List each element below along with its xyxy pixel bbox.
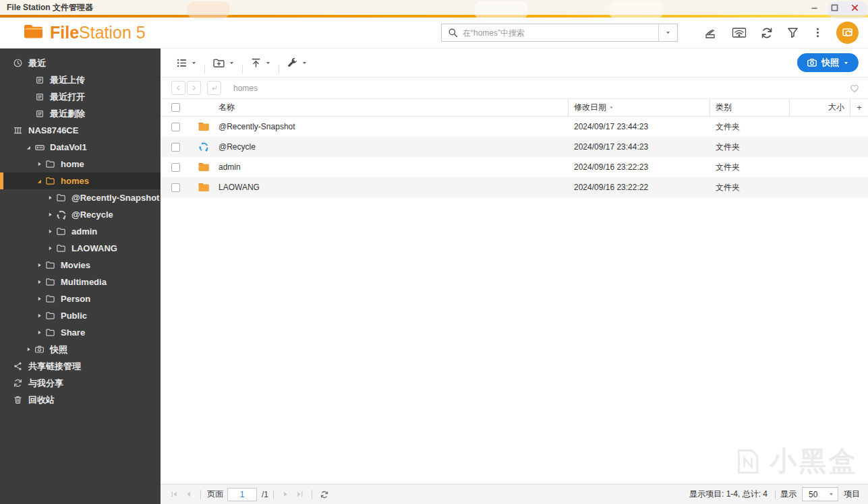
minimize-button[interactable] bbox=[809, 2, 819, 13]
expander-collapsed-icon[interactable] bbox=[35, 329, 43, 337]
column-header-modified[interactable]: 修改日期 bbox=[569, 99, 710, 117]
sidebar-item-label: home bbox=[61, 159, 84, 169]
expander-collapsed-icon[interactable] bbox=[35, 160, 43, 168]
sidebar-item-recycle[interactable]: @Recycle bbox=[0, 206, 161, 223]
sidebar-item-recent-uploaded[interactable]: 最近上传 bbox=[0, 71, 161, 88]
sidebar-item-public[interactable]: Public bbox=[0, 307, 161, 324]
titlebar-ghost-shape bbox=[187, 1, 229, 19]
sidebar-item-laowang[interactable]: LAOWANG bbox=[0, 240, 161, 257]
more-options-icon[interactable] bbox=[812, 27, 823, 38]
sidebar-item-movies[interactable]: Movies bbox=[0, 257, 161, 274]
last-page-button[interactable] bbox=[293, 490, 307, 499]
column-header-type-label: 类别 bbox=[716, 102, 732, 113]
sidebar-item-homes[interactable]: homes bbox=[0, 172, 161, 189]
file-name: @Recycle bbox=[219, 142, 569, 152]
sidebar-item-share[interactable]: Share bbox=[0, 324, 161, 341]
theme-circle-button[interactable] bbox=[836, 22, 859, 44]
external-device-icon[interactable] bbox=[703, 26, 718, 40]
sidebar-item-recent-opened[interactable]: 最近打开 bbox=[0, 88, 161, 105]
close-button[interactable] bbox=[849, 2, 860, 13]
sidebar-item-admin[interactable]: admin bbox=[0, 223, 161, 240]
file-station-window: File Station 文件管理器 FileStation 5 bbox=[0, 0, 868, 504]
first-page-button[interactable] bbox=[167, 490, 181, 499]
favorite-heart-icon[interactable] bbox=[849, 83, 860, 94]
table-row[interactable]: @Recycle2024/09/17 23:44:23文件夹 bbox=[161, 137, 868, 157]
expander-collapsed-icon[interactable] bbox=[46, 245, 54, 253]
table-row[interactable]: @Recently-Snapshot2024/09/17 23:44:23文件夹 bbox=[161, 117, 868, 137]
row-checkbox[interactable] bbox=[171, 143, 180, 152]
page-total: /1 bbox=[262, 490, 268, 499]
go-up-button[interactable] bbox=[207, 81, 221, 95]
sidebar-tree: 最近最近上传最近打开最近删除NAS8746CEDataVol1homehomes… bbox=[0, 49, 161, 504]
table-row[interactable]: admin2024/09/16 23:22:23文件夹 bbox=[161, 157, 868, 177]
folder-icon bbox=[45, 175, 56, 187]
column-header-type[interactable]: 类别 bbox=[710, 99, 790, 117]
row-checkbox[interactable] bbox=[171, 163, 180, 172]
expander-collapsed-icon[interactable] bbox=[35, 295, 43, 303]
column-header-size[interactable]: 大小 bbox=[790, 99, 850, 117]
new-folder-button[interactable] bbox=[205, 57, 242, 69]
select-all-checkbox[interactable] bbox=[171, 103, 180, 112]
add-column-button[interactable]: + bbox=[850, 102, 868, 113]
expander-collapsed-icon[interactable] bbox=[35, 312, 43, 320]
sidebar-item-recent-deleted[interactable]: 最近删除 bbox=[0, 105, 161, 122]
sidebar-item-multimedia[interactable]: Multimedia bbox=[0, 274, 161, 290]
items-summary: 显示项目: 1-4, 总计: 4 bbox=[689, 489, 768, 500]
filter-icon[interactable] bbox=[786, 26, 799, 39]
column-header-name[interactable]: 名称 bbox=[219, 99, 569, 117]
row-checkbox[interactable] bbox=[171, 123, 180, 131]
sidebar-item-label: 共享链接管理 bbox=[28, 360, 81, 373]
sidebar-item-recent[interactable]: 最近 bbox=[0, 55, 161, 71]
expander-collapsed-icon[interactable] bbox=[46, 194, 54, 202]
sidebar-item-label: LAOWANG bbox=[71, 243, 117, 253]
doc-list-icon bbox=[34, 91, 45, 102]
back-button[interactable] bbox=[171, 81, 185, 95]
sidebar-item-recently-snapshot[interactable]: @Recently-Snapshot bbox=[0, 189, 161, 206]
sidebar-item-home[interactable]: home bbox=[0, 156, 161, 172]
folder-icon bbox=[189, 182, 219, 193]
nas-icon bbox=[12, 125, 24, 136]
page-size-select[interactable]: 50 bbox=[802, 487, 838, 501]
folder-icon bbox=[55, 226, 67, 237]
maximize-button[interactable] bbox=[829, 2, 840, 13]
sidebar-item-label: homes bbox=[61, 176, 89, 186]
file-name: @Recently-Snapshot bbox=[219, 122, 569, 131]
tools-button[interactable] bbox=[279, 57, 315, 69]
column-header-name-label: 名称 bbox=[219, 102, 235, 113]
expander-collapsed-icon[interactable] bbox=[24, 346, 32, 354]
app-title-rest: Station 5 bbox=[79, 23, 146, 42]
table-row[interactable]: LAOWANG2024/09/16 23:22:22文件夹 bbox=[161, 177, 868, 197]
page-number-input[interactable] bbox=[227, 488, 257, 501]
search-options-dropdown[interactable] bbox=[658, 24, 677, 41]
column-header-modified-label: 修改日期 bbox=[574, 102, 606, 113]
upload-button[interactable] bbox=[243, 57, 279, 69]
expander-expanded-icon[interactable] bbox=[35, 177, 43, 185]
sidebar-item-datavol1[interactable]: DataVol1 bbox=[0, 139, 161, 156]
search-input[interactable] bbox=[463, 24, 658, 41]
folder-icon bbox=[189, 121, 219, 132]
toolbar: 快照 bbox=[161, 49, 868, 77]
view-mode-button[interactable] bbox=[169, 57, 204, 69]
remote-connection-icon[interactable] bbox=[731, 26, 747, 40]
expander-collapsed-icon[interactable] bbox=[46, 228, 54, 236]
sidebar-item-snapshot[interactable]: 快照 bbox=[0, 341, 161, 358]
row-checkbox[interactable] bbox=[171, 183, 180, 192]
expander-expanded-icon[interactable] bbox=[24, 144, 32, 152]
folder-icon bbox=[55, 243, 67, 254]
sidebar-item-person[interactable]: Person bbox=[0, 290, 161, 307]
expander-collapsed-icon[interactable] bbox=[35, 261, 43, 270]
status-bar: 页面 /1 显示项目: 1-4, 总计: 4 显示 bbox=[161, 484, 868, 504]
sidebar-item-nas8746ce[interactable]: NAS8746CE bbox=[0, 122, 161, 139]
refresh-icon[interactable] bbox=[760, 26, 774, 40]
breadcrumb-path[interactable]: homes bbox=[233, 84, 258, 93]
next-page-button[interactable] bbox=[279, 490, 293, 499]
refresh-list-button[interactable] bbox=[317, 490, 332, 499]
snapshot-button[interactable]: 快照 bbox=[797, 53, 859, 72]
sidebar-item-shared-with-me[interactable]: 与我分享 bbox=[0, 375, 161, 391]
sidebar-item-recycle-bin[interactable]: 回收站 bbox=[0, 391, 161, 408]
forward-button[interactable] bbox=[187, 81, 201, 95]
expander-collapsed-icon[interactable] bbox=[46, 211, 54, 219]
sidebar-item-shared-links[interactable]: 共享链接管理 bbox=[0, 358, 161, 375]
expander-collapsed-icon[interactable] bbox=[35, 278, 43, 286]
previous-page-button[interactable] bbox=[181, 490, 196, 499]
